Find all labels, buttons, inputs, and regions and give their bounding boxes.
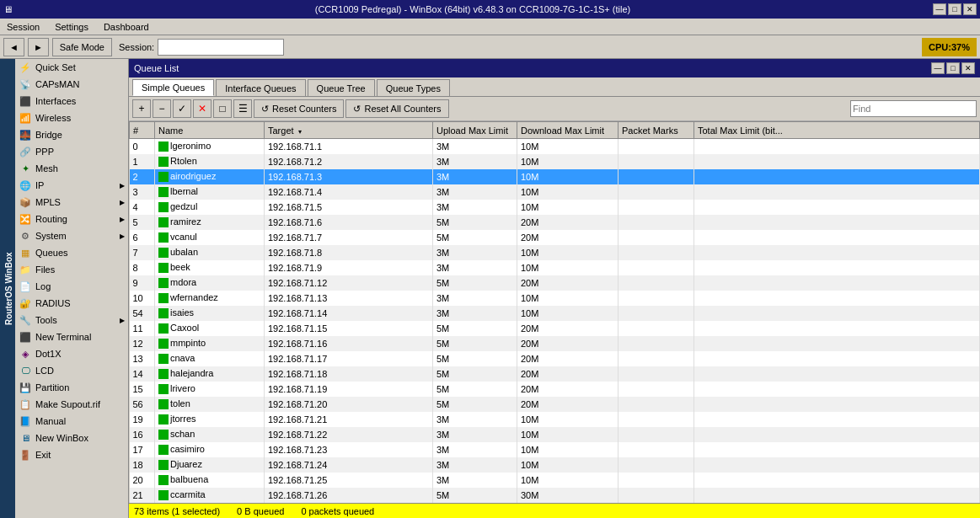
- copy-button[interactable]: □: [213, 99, 232, 118]
- reset-all-label: Reset All Counters: [364, 104, 441, 114]
- sidebar-item-routing[interactable]: 🔀 Routing ▶: [15, 211, 128, 227]
- reset-all-counters-button[interactable]: ↺ Reset All Counters: [345, 99, 448, 118]
- cell-marks: [619, 245, 694, 260]
- system-arrow-icon: ▶: [120, 232, 125, 240]
- queue-table-container[interactable]: # Name Target ▾ Upload Max Limit Downloa…: [129, 121, 980, 503]
- find-input[interactable]: [850, 100, 977, 117]
- table-row[interactable]: 13cnava192.168.71.175M20M: [130, 351, 980, 366]
- sidebar-item-capsman[interactable]: 📡 CAPsMAN: [15, 76, 128, 93]
- forward-button[interactable]: ►: [28, 38, 49, 56]
- tab-queue-tree[interactable]: Queue Tree: [308, 79, 375, 96]
- safe-mode-button[interactable]: Safe Mode: [52, 38, 112, 56]
- table-row[interactable]: 20balbuena192.168.71.253M10M: [130, 473, 980, 488]
- minimize-button[interactable]: —: [933, 3, 946, 15]
- maximize-button[interactable]: □: [948, 3, 961, 15]
- table-row[interactable]: 4gedzul192.168.71.53M10M: [130, 200, 980, 215]
- menu-session[interactable]: Session: [3, 21, 43, 33]
- session-input[interactable]: [158, 39, 284, 56]
- sidebar-item-log[interactable]: 📄 Log: [15, 278, 128, 295]
- col-download[interactable]: Download Max Limit: [517, 122, 619, 139]
- table-row[interactable]: 6vcanul192.168.71.75M20M: [130, 230, 980, 245]
- sidebar-item-partition[interactable]: 💾 Partition: [15, 379, 128, 396]
- queue-panel-maximize[interactable]: □: [946, 62, 960, 74]
- cell-target: 192.168.71.18: [265, 366, 433, 382]
- col-upload[interactable]: Upload Max Limit: [433, 122, 517, 139]
- table-row[interactable]: 3lbernal192.168.71.43M10M: [130, 184, 980, 200]
- sidebar-item-queues[interactable]: ▦ Queues: [15, 244, 128, 261]
- queue-panel-close[interactable]: ✕: [961, 62, 975, 74]
- sidebar-item-ip[interactable]: 🌐 IP ▶: [15, 177, 128, 194]
- table-row[interactable]: 0lgeronimo192.168.71.13M10M: [130, 139, 980, 154]
- col-total[interactable]: Total Max Limit (bit...: [694, 122, 980, 139]
- sidebar-item-lcd[interactable]: 🖵 LCD: [15, 362, 128, 379]
- sidebar-item-radius[interactable]: 🔐 RADIUS: [15, 295, 128, 312]
- sidebar-item-system[interactable]: ⚙ System ▶: [15, 227, 128, 244]
- cell-marks: [619, 427, 694, 442]
- table-row[interactable]: 5ramirez192.168.71.65M20M: [130, 215, 980, 230]
- filter-button[interactable]: ☰: [233, 99, 252, 118]
- sidebar-item-interfaces[interactable]: ⬛ Interfaces: [15, 93, 128, 109]
- cell-download: 10M: [517, 442, 619, 457]
- queue-panel-controls: — □ ✕: [931, 62, 975, 74]
- row-status-icon: [158, 278, 169, 288]
- table-row[interactable]: 23Tvazquez192.168.71.275M30M: [130, 503, 980, 504]
- sidebar-item-ppp[interactable]: 🔗 PPP: [15, 143, 128, 160]
- table-row[interactable]: 11Caxool192.168.71.155M20M: [130, 321, 980, 336]
- table-row[interactable]: 9mdora192.168.71.125M20M: [130, 275, 980, 291]
- cell-marks: [619, 154, 694, 169]
- enable-button[interactable]: ✓: [173, 99, 191, 118]
- table-row[interactable]: 19jtorres192.168.71.213M10M: [130, 412, 980, 427]
- col-marks[interactable]: Packet Marks: [619, 122, 694, 139]
- table-row[interactable]: 18Djuarez192.168.71.243M10M: [130, 457, 980, 473]
- menu-settings[interactable]: Settings: [51, 21, 92, 33]
- table-row[interactable]: 15lrivero192.168.71.195M20M: [130, 382, 980, 397]
- sidebar-item-make-supout[interactable]: 📋 Make Supout.rif: [15, 396, 128, 413]
- table-row[interactable]: 21ccarmita192.168.71.265M30M: [130, 488, 980, 503]
- add-button[interactable]: +: [132, 99, 151, 118]
- cell-marks: [619, 397, 694, 412]
- reset-counters-button[interactable]: ↺ Reset Counters: [254, 99, 344, 118]
- col-target[interactable]: Target ▾: [265, 122, 433, 139]
- cell-marks: [619, 442, 694, 457]
- back-button[interactable]: ◄: [3, 38, 24, 56]
- sidebar-item-quick-set[interactable]: ⚡ Quick Set: [15, 59, 128, 76]
- sidebar-item-dot1x[interactable]: ◈ Dot1X: [15, 345, 128, 362]
- table-row[interactable]: 14halejandra192.168.71.185M20M: [130, 366, 980, 382]
- col-num[interactable]: #: [130, 122, 155, 139]
- table-row[interactable]: 54isaies192.168.71.143M10M: [130, 306, 980, 321]
- table-row[interactable]: 10wfernandez192.168.71.133M10M: [130, 291, 980, 306]
- table-row[interactable]: 56tolen192.168.71.205M20M: [130, 397, 980, 412]
- cell-download: 10M: [517, 260, 619, 275]
- disable-button[interactable]: ✕: [193, 99, 212, 118]
- tab-simple-queues[interactable]: Simple Queues: [132, 79, 214, 96]
- table-row[interactable]: 12mmpinto192.168.71.165M20M: [130, 336, 980, 351]
- sidebar-item-bridge[interactable]: 🌉 Bridge: [15, 126, 128, 143]
- close-button[interactable]: ✕: [963, 3, 977, 15]
- cell-target: 192.168.71.16: [265, 336, 433, 351]
- sidebar-label-routing: Routing: [35, 214, 67, 224]
- table-row[interactable]: 17casimiro192.168.71.233M10M: [130, 442, 980, 457]
- sidebar-item-exit[interactable]: 🚪 Exit: [15, 446, 128, 463]
- queue-panel-minimize[interactable]: —: [931, 62, 945, 74]
- sidebar-item-tools[interactable]: 🔧 Tools ▶: [15, 312, 128, 328]
- sidebar-item-manual[interactable]: 📘 Manual: [15, 413, 128, 430]
- table-row[interactable]: 7ubalan192.168.71.83M10M: [130, 245, 980, 260]
- cell-total: [694, 427, 980, 442]
- sidebar-item-files[interactable]: 📁 Files: [15, 261, 128, 278]
- cell-download: 20M: [517, 215, 619, 230]
- tab-queue-types[interactable]: Queue Types: [377, 79, 450, 96]
- table-row[interactable]: 16schan192.168.71.223M10M: [130, 427, 980, 442]
- tab-interface-queues[interactable]: Interface Queues: [216, 79, 305, 96]
- sidebar-item-mpls[interactable]: 📦 MPLS ▶: [15, 194, 128, 211]
- sidebar-item-mesh[interactable]: ✦ Mesh: [15, 160, 128, 177]
- remove-button[interactable]: −: [153, 99, 171, 118]
- table-row[interactable]: 1Rtolen192.168.71.23M10M: [130, 154, 980, 169]
- sidebar-item-new-terminal[interactable]: ⬛ New Terminal: [15, 328, 128, 345]
- sidebar-item-wireless[interactable]: 📶 Wireless: [15, 109, 128, 126]
- menu-dashboard[interactable]: Dashboard: [100, 21, 153, 33]
- col-name[interactable]: Name: [155, 122, 265, 139]
- table-row[interactable]: 2airodriguez192.168.71.33M10M: [130, 169, 980, 184]
- cell-target: 192.168.71.5: [265, 200, 433, 215]
- table-row[interactable]: 8beek192.168.71.93M10M: [130, 260, 980, 275]
- sidebar-item-new-winbox[interactable]: 🖥 New WinBox: [15, 430, 128, 446]
